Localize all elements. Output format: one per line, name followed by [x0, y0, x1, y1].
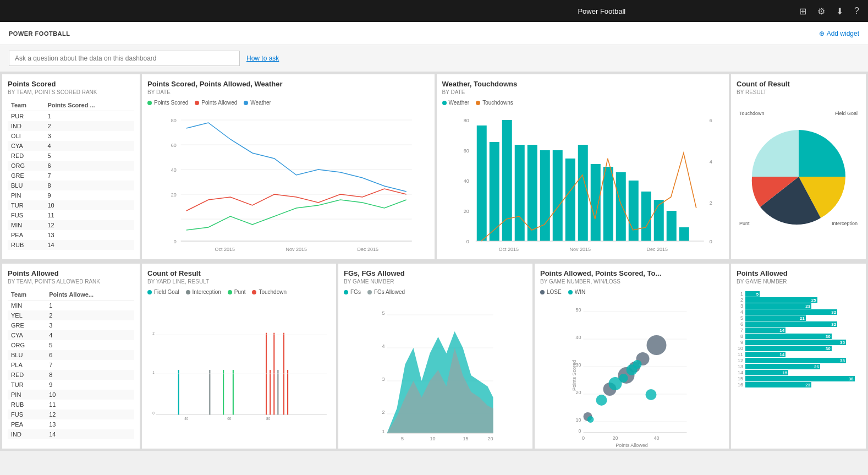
svg-rect-39: [666, 211, 676, 241]
legend-item: Interception: [186, 289, 221, 295]
pie-label-punt: Punt: [739, 221, 750, 226]
bar-row: 14 15: [737, 370, 860, 375]
table-row: ORG5: [8, 340, 134, 350]
bar-num: 16: [737, 382, 743, 387]
bar-row: 6 32: [737, 321, 860, 327]
legend-dot: [540, 290, 545, 294]
svg-text:Points Allowed: Points Allowed: [616, 443, 648, 448]
bar-inner: 14: [745, 352, 785, 357]
legend-dot: [195, 101, 199, 105]
svg-rect-29: [540, 150, 550, 241]
svg-rect-26: [502, 120, 512, 241]
svg-rect-40: [679, 227, 689, 241]
bar-inner: 35: [745, 340, 846, 345]
search-input[interactable]: [9, 51, 240, 66]
weather-touchdowns-widget: Weather, Touchdowns BY DATE WeatherTouch…: [437, 74, 729, 259]
team-cell: OLI: [8, 131, 44, 141]
team-cell: RED: [8, 151, 44, 161]
add-widget-button[interactable]: ⊕ Add widget: [819, 30, 859, 37]
legend-label: FGs Allowed: [374, 289, 405, 295]
pie-label-fieldgoal: Field Goal: [835, 111, 858, 116]
legend-item: Points Allowed: [195, 100, 237, 106]
weather-touchdowns-chart-area: 80 60 40 20 0 6 4 2 0: [442, 109, 724, 254]
pie-label-touchdown: Touchdown: [739, 111, 765, 116]
table-row: GRE3: [8, 320, 134, 330]
table-row: IND14: [8, 429, 134, 439]
bar-value: 30: [826, 334, 831, 339]
svg-text:20: 20: [171, 192, 177, 198]
table-row: PEA13: [8, 230, 134, 240]
svg-text:Oct 2015: Oct 2015: [215, 247, 235, 252]
legend-label: Punt: [234, 289, 246, 295]
bar-outer: 5: [745, 291, 860, 297]
bar-num: 3: [737, 303, 743, 309]
svg-text:40: 40: [653, 435, 659, 441]
points-cell: 6: [44, 161, 134, 171]
svg-text:Oct 2015: Oct 2015: [498, 247, 519, 252]
how-to-ask-link[interactable]: How to ask: [246, 54, 279, 62]
points-allowed-bar-subtitle: BY GAME NUMBER: [737, 279, 860, 285]
bar-num: 6: [737, 321, 743, 327]
table-row: CYA4: [8, 330, 134, 340]
team-cell: PEA: [8, 230, 44, 240]
points-allowed-widget: Points Allowed BY TEAM, POINTS ALLOWED R…: [2, 264, 140, 449]
bar-inner: 25: [745, 297, 817, 303]
count-result-bar-title: Count of Result: [147, 269, 331, 277]
points-cell: 8: [46, 370, 134, 380]
legend-dot: [147, 101, 152, 105]
svg-rect-33: [590, 164, 600, 241]
svg-text:6: 6: [709, 118, 712, 123]
download-icon[interactable]: ⬇: [836, 6, 843, 17]
points-scored-chart-subtitle: BY DATE: [147, 89, 429, 95]
legend-item: Points Scored: [147, 100, 188, 106]
bar-inner: 32: [745, 309, 837, 315]
team-cell: PUR: [8, 111, 44, 122]
team-cell: MIN: [8, 301, 46, 311]
count-result-bar-widget: Count of Result BY YARD LINE, RESULT Fie…: [142, 264, 336, 449]
points-scored-svg: 80 60 40 20 0 Oct 2015 Nov 2015 Dec 2015: [147, 109, 429, 252]
bar-num: 10: [737, 346, 743, 351]
table-row: BLU8: [8, 181, 134, 190]
layout-icon[interactable]: ⊞: [799, 6, 806, 17]
svg-text:40: 40: [463, 178, 469, 184]
team-cell: CYA: [8, 330, 46, 340]
bar-value: 15: [782, 370, 787, 375]
top-nav-bar: Power Football ⊞ ⚙ ⬇ ?: [0, 0, 868, 22]
bar-outer: 35: [745, 340, 860, 345]
team-cell: GRE: [8, 171, 44, 181]
team-cell: TUR: [8, 380, 46, 390]
bar-outer: 25: [745, 297, 860, 303]
crb-legend: Field GoalInterceptionPuntTouchdown: [147, 289, 331, 295]
legend-dot: [568, 290, 573, 294]
team-cell: ORG: [8, 161, 44, 171]
legend-label: Weather: [250, 100, 271, 106]
legend-dot: [476, 101, 480, 105]
bar-num: 8: [737, 334, 743, 339]
bar-row: 12 35: [737, 358, 860, 363]
bar-value: 23: [805, 383, 810, 387]
svg-rect-32: [578, 145, 587, 241]
svg-text:2: 2: [382, 410, 384, 415]
weather-touchdowns-svg: 80 60 40 20 0 6 4 2 0: [442, 109, 724, 252]
settings-icon[interactable]: ⚙: [817, 6, 825, 17]
legend-label: Points Scored: [154, 100, 188, 106]
svg-rect-24: [476, 125, 486, 241]
svg-text:0: 0: [582, 435, 585, 441]
fgs-legend: FGsFGs Allowed: [344, 289, 527, 295]
table-row: MIN1: [8, 301, 134, 311]
bar-inner: 5: [745, 291, 760, 297]
bar-row: 4 32: [737, 309, 860, 315]
svg-text:0: 0: [174, 239, 177, 244]
psc-legend: Points ScoredPoints AllowedWeather: [147, 100, 429, 106]
table-row: PLA7: [8, 360, 134, 370]
bar-inner: 23: [745, 303, 811, 309]
table-row: TUR9: [8, 380, 134, 390]
bar-row: 10 30: [737, 346, 860, 351]
points-cell: 11: [46, 400, 134, 410]
team-cell: ORG: [8, 340, 46, 350]
help-icon[interactable]: ?: [854, 6, 859, 17]
dashboard-top-row: Points Scored BY TEAM, POINTS SCORED RAN…: [0, 72, 868, 264]
bar-value: 14: [779, 352, 784, 357]
count-result-svg: 2 1 0 40 60 80: [147, 298, 331, 441]
svg-text:2: 2: [152, 331, 155, 335]
